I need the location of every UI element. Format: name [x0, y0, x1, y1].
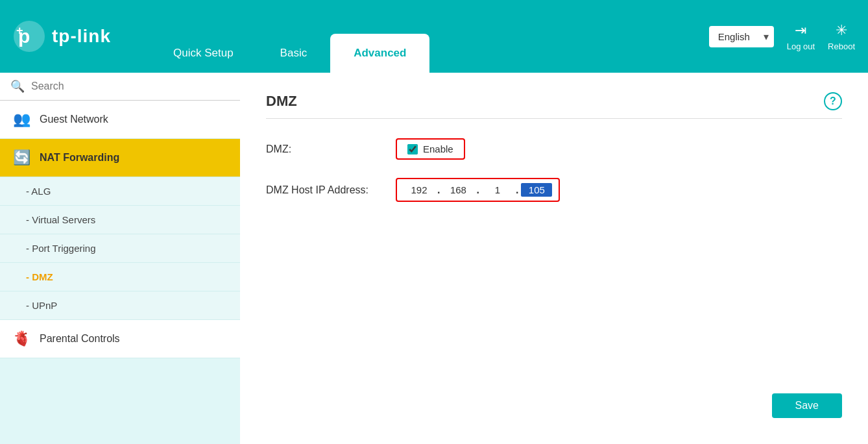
ip-octet-1[interactable]: [404, 183, 435, 197]
heart-icon: 🫀: [13, 330, 30, 347]
sidebar-item-parental-controls-label: Parental Controls: [40, 333, 120, 345]
reboot-button[interactable]: ✳ Reboot: [828, 22, 855, 51]
reboot-icon: ✳: [836, 22, 847, 39]
tab-advanced[interactable]: Advanced: [330, 34, 429, 73]
main-layout: 🔍 👥 Guest Network 🔄 NAT Forwarding - ALG…: [0, 73, 868, 444]
search-input[interactable]: [31, 80, 230, 92]
tab-quick-setup[interactable]: Quick Setup: [150, 34, 257, 73]
logout-label: Log out: [787, 42, 815, 51]
content-area: DMZ ? DMZ: Enable DMZ Host IP Address: .…: [240, 73, 868, 444]
ip-input-group: . . .: [396, 178, 560, 202]
dmz-enable-row: DMZ: Enable: [266, 138, 842, 160]
header-right: English Chinese German French Spanish ⇥ …: [709, 22, 855, 51]
page-title: DMZ: [266, 93, 297, 110]
dmz-enable-checkbox[interactable]: [407, 144, 418, 154]
sidebar-item-guest-network-label: Guest Network: [40, 114, 108, 125]
tp-link-logo-icon: p +: [13, 20, 45, 53]
ip-dot-2: .: [476, 184, 479, 196]
sidebar: 🔍 👥 Guest Network 🔄 NAT Forwarding - ALG…: [0, 73, 240, 444]
header: p + tp-link Quick Setup Basic Advanced E…: [0, 0, 868, 73]
logo-area: p + tp-link: [13, 20, 111, 53]
ip-octet-3[interactable]: [482, 183, 513, 197]
sidebar-item-nat-forwarding-label: NAT Forwarding: [40, 152, 119, 164]
sidebar-item-parental-controls[interactable]: 🫀 Parental Controls: [0, 320, 240, 358]
ip-label: DMZ Host IP Address:: [266, 184, 383, 196]
sidebar-item-guest-network[interactable]: 👥 Guest Network: [0, 101, 240, 139]
dmz-enable-label[interactable]: Enable: [423, 143, 453, 154]
sidebar-item-nat-forwarding[interactable]: 🔄 NAT Forwarding: [0, 139, 240, 177]
dmz-enable-box[interactable]: Enable: [396, 138, 465, 160]
logout-button[interactable]: ⇥ Log out: [787, 22, 815, 51]
help-icon[interactable]: ?: [824, 92, 842, 110]
nav-tabs: Quick Setup Basic Advanced: [150, 0, 709, 73]
dmz-label: DMZ:: [266, 143, 383, 155]
language-select[interactable]: English Chinese German French Spanish: [709, 26, 774, 47]
save-button[interactable]: Save: [772, 393, 842, 418]
page-title-row: DMZ ?: [266, 92, 842, 119]
logout-icon: ⇥: [795, 22, 806, 39]
nat-icon: 🔄: [13, 149, 30, 166]
submenu-dmz[interactable]: - DMZ: [0, 263, 240, 291]
submenu-virtual-servers[interactable]: - Virtual Servers: [0, 206, 240, 234]
submenu-alg[interactable]: - ALG: [0, 177, 240, 206]
language-selector-wrap: English Chinese German French Spanish: [709, 26, 774, 47]
people-icon: 👥: [13, 111, 30, 128]
ip-dot-1: .: [437, 184, 440, 196]
search-bar: 🔍: [0, 73, 240, 101]
submenu-port-triggering[interactable]: - Port Triggering: [0, 234, 240, 263]
logo-text: tp-link: [52, 26, 111, 47]
ip-octet-4[interactable]: [521, 183, 552, 197]
submenu-upnp[interactable]: - UPnP: [0, 291, 240, 320]
ip-octet-2[interactable]: [442, 183, 474, 197]
tab-basic[interactable]: Basic: [257, 34, 331, 73]
reboot-label: Reboot: [828, 42, 855, 51]
svg-text:+: +: [16, 24, 23, 37]
ip-dot-3: .: [516, 184, 518, 196]
dmz-ip-row: DMZ Host IP Address: . . .: [266, 178, 842, 202]
search-icon: 🔍: [10, 79, 25, 93]
nat-submenu: - ALG - Virtual Servers - Port Triggerin…: [0, 177, 240, 320]
